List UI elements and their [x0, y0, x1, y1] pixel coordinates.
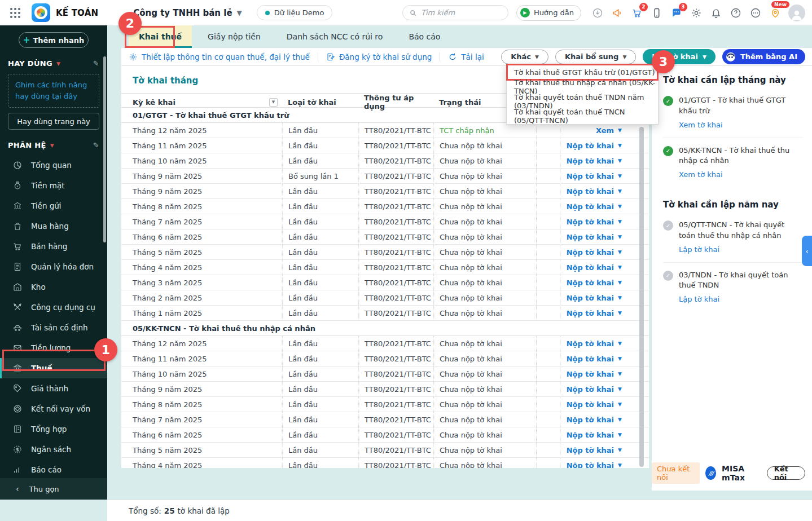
sidebar-scrollbar[interactable]: [103, 56, 106, 242]
row-action-dropdown[interactable]: Nộp tờ khai ▼: [560, 275, 632, 290]
quick-add-button[interactable]: + Thêm nhanh: [19, 32, 89, 48]
sidebar-item[interactable]: Tài sản cố định: [0, 317, 107, 338]
sidebar-item[interactable]: Quản lý hóa đơn: [0, 257, 107, 277]
row-action-dropdown[interactable]: Nộp tờ khai ▼: [560, 382, 632, 396]
row-action-dropdown[interactable]: Nộp tờ khai ▼: [560, 169, 632, 183]
sidebar-item[interactable]: Báo cáo: [0, 460, 107, 480]
row-action-dropdown[interactable]: Nộp tờ khai ▼: [560, 214, 632, 229]
sidebar-item[interactable]: Bán hàng: [0, 236, 107, 257]
row-action-dropdown[interactable]: Nộp tờ khai ▼: [560, 412, 632, 427]
due-item-link[interactable]: Xem tờ khai: [679, 170, 723, 180]
megaphone-icon[interactable]: [610, 6, 625, 20]
favorites-section-header[interactable]: HAY DÙNG ▼ ✎: [8, 59, 99, 68]
row-action-dropdown[interactable]: Xem ▼: [560, 123, 632, 138]
panel-collapse-handle[interactable]: ‹: [802, 236, 812, 266]
tab[interactable]: Danh sách NCC có rủi ro: [276, 25, 393, 48]
supplement-dropdown-button[interactable]: Khai bổ sung ▼: [555, 50, 636, 64]
sidebar-item[interactable]: Tổng quan: [0, 155, 107, 175]
search-icon: [409, 9, 417, 17]
row-action-dropdown[interactable]: Nộp tờ khai ▼: [560, 458, 632, 468]
collapse-sidebar-button[interactable]: ‹ Thu gọn: [0, 478, 107, 500]
due-item-link[interactable]: Xem tờ khai: [679, 120, 723, 131]
cart-icon[interactable]: 2: [630, 6, 644, 20]
annotation-step-1: 1: [94, 338, 117, 361]
cell-declaration-type: Lần đầu: [282, 153, 358, 168]
row-action-dropdown[interactable]: Nộp tờ khai ▼: [560, 153, 632, 168]
table-row: Tháng 2 năm 2025 Lần đầu TT80/2021/TT-BT…: [121, 290, 649, 306]
chevron-down-icon: ▼: [618, 371, 622, 377]
bell-icon[interactable]: [709, 6, 723, 20]
cell-period: Tháng 9 năm 2025: [133, 184, 282, 198]
dropdown-menu-item[interactable]: Tờ khai thuế GTGT khấu trừ (01/GTGT): [507, 65, 658, 80]
other-dropdown-button[interactable]: Khác ▼: [501, 50, 548, 64]
column-header-period[interactable]: Kỳ kê khai ▼: [133, 94, 282, 111]
app-grid-icon[interactable]: [8, 6, 23, 20]
tax-authority-settings-link[interactable]: Thiết lập thông tin cơ quan thuế, đại lý…: [129, 52, 310, 61]
row-action-dropdown[interactable]: Nộp tờ khai ▼: [560, 245, 632, 259]
edit-pencil-icon[interactable]: ✎: [93, 141, 99, 149]
filter-icon[interactable]: ▼: [269, 98, 278, 107]
row-action-dropdown[interactable]: Nộp tờ khai ▼: [560, 443, 632, 457]
sidebar-item[interactable]: Ngân sách: [0, 439, 107, 460]
row-action-dropdown[interactable]: Nộp tờ khai ▼: [560, 336, 632, 351]
dropdown-menu-item[interactable]: Tờ khai quyết toán thuế TNCN (05/QTT-TNC…: [507, 109, 658, 123]
row-action-dropdown[interactable]: Nộp tờ khai ▼: [560, 427, 632, 442]
dropdown-menu-item[interactable]: Tờ khai quyết toán thuế TNDN năm (03/TND…: [507, 94, 658, 109]
table-scrollbar[interactable]: [639, 127, 644, 467]
chevron-down-icon: ▼: [618, 143, 622, 148]
row-action-dropdown[interactable]: Nộp tờ khai ▼: [560, 138, 632, 153]
gear-icon[interactable]: [689, 6, 704, 20]
avatar[interactable]: [788, 5, 805, 21]
sidebar-item-label: Thuế: [31, 364, 52, 373]
chevron-down-icon: ▼: [618, 188, 622, 194]
column-header-type[interactable]: Loại tờ khai: [282, 94, 358, 111]
tab[interactable]: Báo cáo: [398, 25, 450, 48]
due-item-link[interactable]: Lập tờ khai: [679, 294, 719, 305]
favorite-page-button[interactable]: Hay dùng trang này: [8, 113, 99, 130]
more-icon[interactable]: [748, 6, 763, 20]
sidebar-item[interactable]: Tiền mặt: [0, 175, 107, 196]
chat-icon[interactable]: 3: [669, 6, 684, 20]
row-action-label: Nộp tờ khai: [567, 416, 614, 424]
demo-data-badge: Dữ liệu Demo: [257, 5, 333, 20]
row-action-dropdown[interactable]: Nộp tờ khai ▼: [560, 351, 632, 366]
cell-declaration-type: Lần đầu: [282, 123, 358, 138]
sidebar-item[interactable]: Tiền lương: [0, 338, 107, 358]
register-declaration-link[interactable]: Đăng ký tờ khai sử dụng: [326, 52, 432, 61]
due-item-link[interactable]: Lập tờ khai: [679, 245, 719, 255]
row-action-dropdown[interactable]: Nộp tờ khai ▼: [560, 260, 632, 275]
modules-section-header[interactable]: PHÂN HỆ ▼ ✎: [8, 141, 99, 149]
phone-icon[interactable]: [649, 6, 664, 20]
sidebar-item[interactable]: Giá thành: [0, 378, 107, 399]
sidebar-item[interactable]: Mua hàng: [0, 216, 107, 236]
row-action-dropdown[interactable]: Nộp tờ khai ▼: [560, 367, 632, 381]
row-action-dropdown[interactable]: Nộp tờ khai ▼: [560, 229, 632, 244]
sidebar-item[interactable]: Kho: [0, 277, 107, 297]
search-input[interactable]: Tìm kiếm: [402, 5, 508, 20]
sidebar-item[interactable]: Kết nối vay vốn: [0, 399, 107, 419]
sidebar-item-label: Tiền gửi: [31, 201, 62, 210]
row-action-dropdown[interactable]: Nộp tờ khai ▼: [560, 397, 632, 412]
location-pin-icon[interactable]: New: [768, 6, 783, 20]
guide-button[interactable]: ▶ Hướng dẫn: [516, 5, 581, 21]
pin-hint-box[interactable]: Ghim các tính năng hay dùng tại đây: [8, 74, 99, 108]
sidebar-item[interactable]: Tổng hợp: [0, 419, 107, 439]
row-action-dropdown[interactable]: Nộp tờ khai ▼: [560, 184, 632, 198]
edit-pencil-icon[interactable]: ✎: [93, 59, 99, 68]
sidebar-item[interactable]: Công cụ dụng cụ: [0, 297, 107, 317]
chevron-down-icon: ▼: [618, 234, 622, 240]
sidebar-item[interactable]: Thuế: [0, 358, 107, 378]
help-icon[interactable]: [728, 6, 743, 20]
mtax-connect-button[interactable]: Kết nối: [767, 466, 805, 480]
add-with-ai-button[interactable]: Thêm bằng AI: [722, 49, 805, 64]
sidebar-item[interactable]: Tiền gửi: [0, 196, 107, 216]
reload-link[interactable]: Tải lại: [448, 52, 484, 61]
dropdown-menu-item[interactable]: Tờ khai thuế thu nhập cá nhân (05/KK-TNC…: [507, 80, 658, 94]
row-action-dropdown[interactable]: Nộp tờ khai ▼: [560, 290, 632, 305]
column-header-circular[interactable]: Thông tư áp dụng: [358, 94, 433, 111]
row-action-dropdown[interactable]: Nộp tờ khai ▼: [560, 306, 632, 320]
download-icon[interactable]: [590, 6, 605, 20]
tab[interactable]: Giấy nộp tiền: [197, 25, 271, 48]
row-action-dropdown[interactable]: Nộp tờ khai ▼: [560, 199, 632, 214]
company-selector[interactable]: Công ty TNHH bán lẻ ▼: [133, 8, 242, 18]
